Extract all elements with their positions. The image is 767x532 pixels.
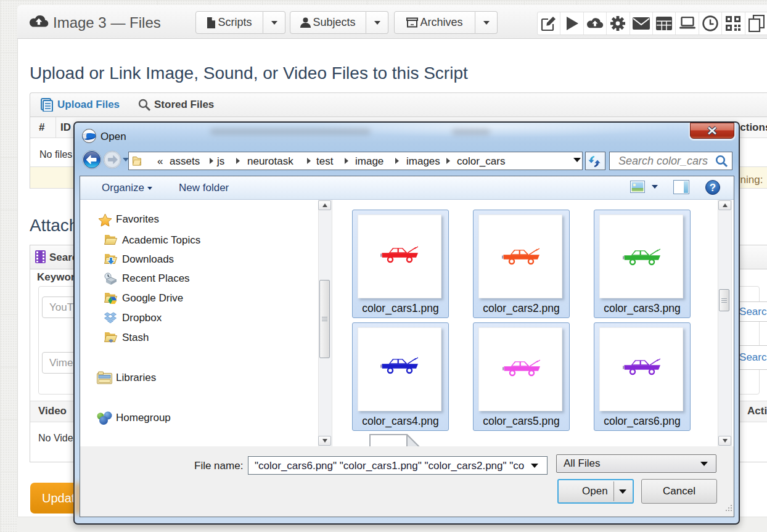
svg-text:?: ?	[710, 182, 716, 194]
